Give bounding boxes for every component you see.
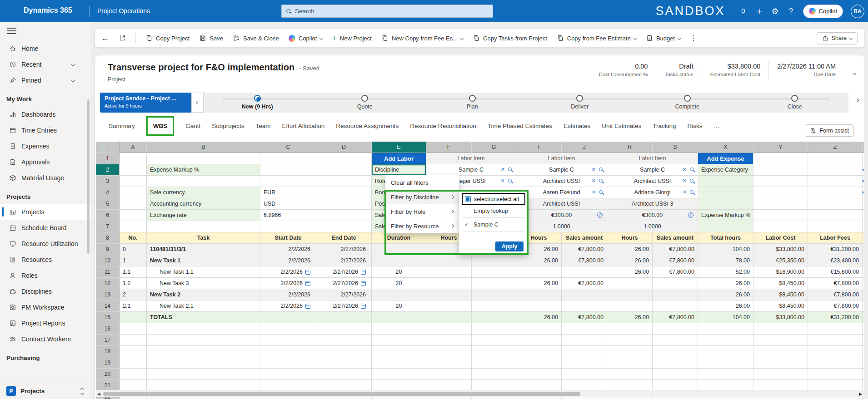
grid-cell[interactable]: 20: [372, 300, 426, 312]
grid-cell[interactable]: 2/27/2026: [316, 255, 372, 266]
avatar[interactable]: RA: [851, 5, 864, 18]
grid-cell[interactable]: ✕: [863, 187, 864, 198]
grid-cell[interactable]: Architect USSI 3: [607, 198, 698, 210]
grid-cell[interactable]: Architect USSI✕: [607, 176, 698, 187]
grid-cell[interactable]: [808, 164, 863, 176]
row-header-17[interactable]: 17: [96, 335, 120, 346]
grid-cell[interactable]: [260, 164, 316, 176]
tab-estimates[interactable]: Estimates: [564, 123, 590, 129]
sidebar-item-home[interactable]: Home: [0, 40, 91, 56]
column-header-E[interactable]: E: [372, 142, 426, 153]
row-header-6[interactable]: 6: [96, 210, 120, 221]
grid-cell[interactable]: [372, 369, 426, 380]
stage-circle-icon[interactable]: [684, 95, 691, 102]
tab-wbs[interactable]: WBS: [146, 116, 175, 136]
cmd-save[interactable]: Save: [199, 34, 223, 42]
sidebar-item-resources[interactable]: Resources: [0, 251, 91, 267]
grid-cell[interactable]: 2/27/2026: [316, 289, 372, 300]
grid-cell[interactable]: [698, 323, 753, 335]
grid-cell[interactable]: Expense Category: [698, 164, 753, 176]
refresh-icon[interactable]: ↻: [101, 143, 106, 151]
grid-cell[interactable]: $33,800.00: [753, 244, 808, 255]
grid-cell[interactable]: €7,800.00: [562, 244, 607, 255]
grid-cell[interactable]: Labor Item: [516, 153, 607, 164]
grid-cell[interactable]: [372, 312, 426, 323]
grid-cell[interactable]: Sales amount: [562, 232, 607, 244]
grid-cell[interactable]: [472, 369, 516, 380]
tab-effort-allocation[interactable]: Effort Allocation: [282, 123, 325, 129]
grid-cell[interactable]: Labor Item: [607, 153, 698, 164]
grid-cell[interactable]: Add Expense: [698, 153, 753, 164]
grid-cell[interactable]: Task: [147, 232, 260, 244]
grid-cell[interactable]: 26.00: [698, 300, 753, 312]
calendar-icon[interactable]: [305, 281, 310, 286]
column-header-A[interactable]: A: [120, 142, 147, 153]
search-lookup-icon[interactable]: [690, 190, 693, 194]
row-header-10[interactable]: 10: [96, 255, 120, 266]
cmd-save-and-close[interactable]: Save & Close: [233, 34, 279, 42]
stage-circle-icon[interactable]: [576, 95, 583, 102]
add-icon[interactable]: +: [755, 7, 763, 15]
search-lookup-icon[interactable]: [508, 167, 512, 171]
grid-cell[interactable]: [260, 323, 316, 335]
grid-cell[interactable]: €25,350.00: [753, 255, 808, 266]
clear-lookup-icon[interactable]: ✕: [592, 178, 596, 184]
grid-cell[interactable]: [753, 221, 808, 232]
grid-cell[interactable]: [260, 176, 316, 187]
grid-cell[interactable]: [753, 153, 808, 164]
grid-cell[interactable]: 6.8966: [260, 210, 316, 221]
grid-cell[interactable]: [753, 164, 808, 176]
column-header-D[interactable]: D: [316, 142, 372, 153]
grid-cell[interactable]: [753, 323, 808, 335]
grid-cell[interactable]: [120, 187, 147, 198]
bpf-stage-plan[interactable]: Plan: [419, 93, 526, 113]
grid-cell[interactable]: [426, 335, 472, 346]
tab-more[interactable]: …: [713, 123, 720, 129]
sidebar-scrollbar[interactable]: [87, 99, 90, 254]
more-icon[interactable]: ⋮: [109, 144, 114, 150]
row-header-3[interactable]: 3: [96, 176, 120, 187]
column-header-partial[interactable]: [863, 142, 864, 153]
grid-cell[interactable]: Architect USSI✕: [516, 176, 607, 187]
grid-cell[interactable]: New Task 3: [147, 278, 260, 289]
grid-cell[interactable]: [372, 346, 426, 357]
grid-cell[interactable]: €31,200.00: [808, 244, 863, 255]
grid-cell[interactable]: [472, 289, 516, 300]
grid-cell[interactable]: 104.00: [698, 312, 753, 323]
grid-cell[interactable]: [698, 357, 753, 369]
grid-cell[interactable]: [863, 323, 864, 335]
settings-gear-icon[interactable]: ⚙: [771, 7, 779, 15]
bpf-stage-pill[interactable]: Project Service - Project ... Active for…: [100, 93, 191, 113]
grid-cell[interactable]: [808, 210, 863, 221]
grid-cell[interactable]: EUR: [260, 187, 316, 198]
grid-cell[interactable]: 2.1: [120, 300, 147, 312]
cmd-more-commands[interactable]: ⋮: [690, 34, 697, 42]
grid-cell[interactable]: Accounting currency: [147, 198, 260, 210]
clear-lookup-icon[interactable]: ✕: [592, 189, 596, 195]
tab-team[interactable]: Team: [256, 123, 271, 129]
grid-cell[interactable]: [863, 244, 864, 255]
grid-cell[interactable]: [808, 369, 863, 380]
column-header-I[interactable]: I: [516, 142, 562, 153]
grid-cell[interactable]: [808, 357, 863, 369]
grid-cell[interactable]: [607, 289, 653, 300]
grid-cell[interactable]: [698, 187, 753, 198]
info-icon[interactable]: i: [688, 212, 693, 218]
grid-cell[interactable]: [607, 357, 653, 369]
grid-cell[interactable]: [372, 255, 426, 266]
grid-cell[interactable]: €7,800.00: [653, 312, 698, 323]
grid-cell[interactable]: [607, 300, 653, 312]
search-lookup-icon[interactable]: [599, 190, 603, 194]
grid-cell[interactable]: [698, 346, 753, 357]
clear-lookup-icon[interactable]: ✕: [863, 178, 864, 184]
empty-lookup-item[interactable]: Empty lookup: [462, 205, 525, 217]
info-icon[interactable]: i: [597, 212, 603, 218]
grid-cell[interactable]: 2/2/2026: [260, 289, 316, 300]
grid-cell[interactable]: [147, 346, 260, 357]
grid-cell[interactable]: [426, 266, 472, 278]
filter-by-role-item[interactable]: Filter by Role: [385, 204, 459, 219]
grid-cell[interactable]: Hours: [607, 232, 653, 244]
clear-all-filters-item[interactable]: Clear all filters: [385, 175, 459, 190]
grid-cell[interactable]: €300.00i: [516, 210, 607, 221]
grid-cell[interactable]: [863, 289, 864, 300]
